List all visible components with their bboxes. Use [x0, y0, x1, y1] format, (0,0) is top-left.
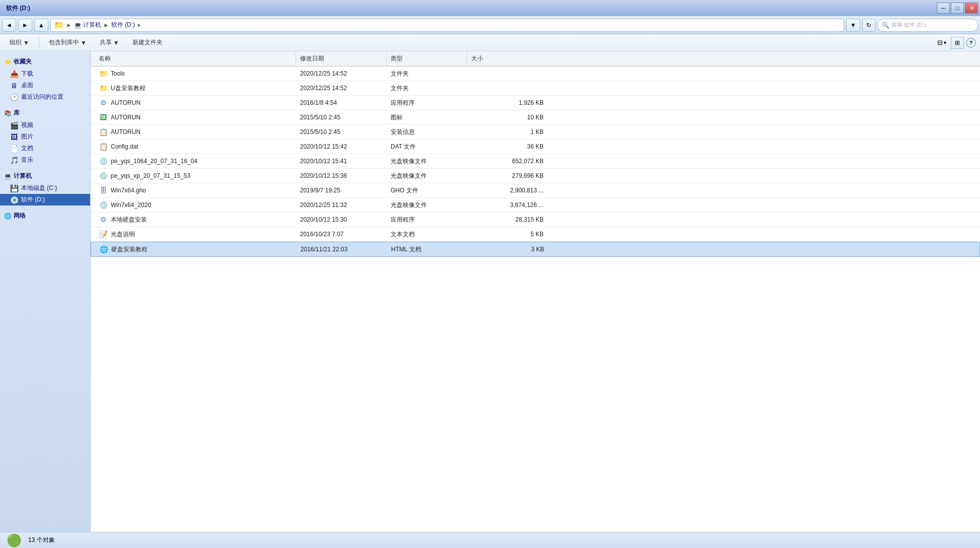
- sidebar-item-local-d[interactable]: 💿 软件 (D:): [0, 194, 90, 206]
- file-size-cell: 5 KB: [467, 227, 548, 241]
- file-name-cell: 🗄 Win7x64.gho: [95, 183, 296, 197]
- file-row[interactable]: 📝 光盘说明 2016/10/23 7:07 文本文档 5 KB: [91, 227, 980, 242]
- file-name-cell: 🌐 硬盘安装教程: [95, 242, 296, 256]
- sidebar-network-section: 🌐 网络: [0, 210, 90, 222]
- dropdown-button[interactable]: ▼: [846, 19, 860, 32]
- network-icon: 🌐: [4, 213, 12, 220]
- sidebar-item-local-c[interactable]: 💾 本地磁盘 (C:): [0, 182, 90, 194]
- file-row[interactable]: 🌐 硬盘安装教程 2016/11/21 22:03 HTML 文档 3 KB: [91, 242, 980, 257]
- file-name: 本地硬盘安装: [111, 216, 147, 224]
- file-row[interactable]: 💿 pe_yqs_1064_20_07_31_16_04 2020/10/12 …: [91, 154, 980, 169]
- titlebar-buttons: ─ □ ✕: [937, 3, 978, 14]
- file-type-cell: 文本文档: [387, 227, 467, 241]
- column-size[interactable]: 大小: [467, 51, 548, 66]
- file-type-cell: 光盘映像文件: [387, 198, 467, 212]
- videos-icon: 🎬: [10, 121, 18, 129]
- file-type-cell: 文件夹: [387, 66, 467, 81]
- file-modified-cell: 2019/9/7 19:25: [296, 183, 387, 197]
- views-dropdown-icon: ▼: [943, 40, 947, 45]
- minimize-button[interactable]: ─: [937, 3, 950, 14]
- file-row[interactable]: 💿 pe_yqs_xp_20_07_31_15_53 2020/10/12 15…: [91, 169, 980, 183]
- file-modified: 2016/10/23 7:07: [300, 231, 344, 238]
- breadcrumb-dropdown-arrow[interactable]: ►: [137, 22, 142, 28]
- music-label: 音乐: [21, 156, 33, 164]
- refresh-button[interactable]: ↻: [862, 19, 875, 32]
- file-type-icon: 📁: [99, 69, 108, 78]
- file-list-area: 名称 修改日期 类型 大小 📁 Tools 2020/12/25 14:52 文…: [91, 51, 980, 532]
- close-button[interactable]: ✕: [965, 3, 978, 14]
- breadcrumb-computer[interactable]: 💻 计算机: [74, 21, 101, 29]
- file-modified-cell: 2016/11/21 22:03: [296, 242, 387, 256]
- file-name-cell: 📁 U盘安装教程: [95, 81, 296, 95]
- music-icon: 🎵: [10, 156, 18, 164]
- file-modified-cell: 2016/1/8 4:54: [296, 96, 387, 110]
- sidebar-library-header[interactable]: 📚 库: [0, 107, 90, 119]
- file-size: 652,072 KB: [512, 158, 544, 165]
- column-type[interactable]: 类型: [387, 51, 467, 66]
- file-name-cell: 💿 Win7x64_2020: [95, 198, 296, 212]
- file-type-icon: 📝: [99, 230, 108, 239]
- view-toggle-button[interactable]: ⊞: [951, 37, 964, 49]
- include-library-button[interactable]: 包含到库中 ▼: [43, 36, 92, 49]
- file-type-icon: ⚙: [99, 215, 108, 224]
- file-type: 安装信息: [391, 128, 415, 136]
- file-row[interactable]: 📁 Tools 2020/12/25 14:52 文件夹: [91, 66, 980, 81]
- file-modified-cell: 2020/10/12 15:30: [296, 213, 387, 227]
- file-size-cell: 3,874,126 ...: [467, 198, 548, 212]
- file-row[interactable]: 💿 Win7x64_2020 2020/12/25 11:32 光盘映像文件 3…: [91, 198, 980, 213]
- file-name: Win7x64_2020: [111, 201, 151, 209]
- breadcrumb: 📁 ► 💻 计算机 ► 软件 (D:) ►: [50, 19, 844, 32]
- file-name-cell: 📋 Config.dat: [95, 140, 296, 154]
- file-row[interactable]: ⚙ AUTORUN 2016/1/8 4:54 应用程序 1,926 KB: [91, 96, 980, 110]
- file-type: 文件夹: [391, 84, 409, 93]
- forward-button[interactable]: ►: [18, 19, 32, 32]
- sidebar-item-downloads[interactable]: 📥 下载: [0, 68, 90, 80]
- file-name-cell: ⚙ AUTORUN: [95, 96, 296, 110]
- file-modified: 2020/10/12 15:30: [300, 216, 347, 223]
- sidebar-item-music[interactable]: 🎵 音乐: [0, 154, 90, 166]
- file-size-cell: 36 KB: [467, 140, 548, 154]
- sidebar-item-recent[interactable]: 🕐 最近访问的位置: [0, 91, 90, 103]
- sidebar-favorites-header[interactable]: ⭐ 收藏夹: [0, 55, 90, 68]
- file-row[interactable]: 🗄 Win7x64.gho 2019/9/7 19:25 GHO 文件 2,90…: [91, 183, 980, 198]
- new-folder-button[interactable]: 新建文件夹: [127, 36, 168, 49]
- file-name: Config.dat: [111, 143, 138, 150]
- breadcrumb-drive[interactable]: 软件 (D:): [111, 21, 135, 29]
- file-rows-container: 📁 Tools 2020/12/25 14:52 文件夹 📁 U盘安装教程 20…: [91, 66, 980, 257]
- file-modified: 2016/11/21 22:03: [300, 246, 347, 253]
- file-row[interactable]: ⚙ 本地硬盘安装 2020/10/12 15:30 应用程序 28,315 KB: [91, 213, 980, 227]
- file-row[interactable]: 📁 U盘安装教程 2020/12/25 14:52 文件夹: [91, 81, 980, 96]
- file-row[interactable]: 🖼 AUTORUN 2015/5/10 2:45 图标 10 KB: [91, 110, 980, 125]
- file-size-cell: 28,315 KB: [467, 213, 548, 227]
- back-button[interactable]: ◄: [2, 19, 16, 32]
- sidebar-item-videos[interactable]: 🎬 视频: [0, 119, 90, 131]
- file-row[interactable]: 📋 AUTORUN 2015/5/10 2:45 安装信息 1 KB: [91, 125, 980, 140]
- downloads-label: 下载: [21, 70, 33, 78]
- sidebar-item-pictures[interactable]: 🖼 图片: [0, 131, 90, 143]
- share-button[interactable]: 共享 ▼: [94, 36, 125, 49]
- local-c-label: 本地磁盘 (C:): [21, 184, 57, 192]
- sidebar-item-documents[interactable]: 📄 文档: [0, 143, 90, 154]
- share-label: 共享: [100, 38, 112, 47]
- views-button[interactable]: ⊟ ▼: [936, 37, 949, 49]
- file-type-cell: 安装信息: [387, 125, 467, 139]
- file-row[interactable]: 📋 Config.dat 2020/10/12 15:42 DAT 文件 36 …: [91, 140, 980, 154]
- include-dropdown-icon: ▼: [81, 39, 87, 46]
- toolbar-right: ⊟ ▼ ⊞ ?: [936, 37, 976, 49]
- search-bar[interactable]: 🔍 搜索 软件 (D:): [877, 19, 978, 32]
- up-button[interactable]: ▲: [34, 19, 48, 32]
- organize-button[interactable]: 组织 ▼: [4, 36, 35, 49]
- maximize-button[interactable]: □: [951, 3, 964, 14]
- empty-area[interactable]: [91, 257, 980, 458]
- column-name[interactable]: 名称: [95, 51, 296, 66]
- file-type-cell: GHO 文件: [387, 183, 467, 197]
- file-type-icon: 🌐: [99, 245, 108, 254]
- file-name: U盘安装教程: [111, 84, 145, 93]
- help-button[interactable]: ?: [966, 38, 976, 48]
- column-modified[interactable]: 修改日期: [296, 51, 387, 66]
- file-type-icon: ⚙: [99, 98, 108, 107]
- sidebar-computer-header[interactable]: 💻 计算机: [0, 170, 90, 182]
- sidebar-item-desktop[interactable]: 🖥 桌面: [0, 80, 90, 91]
- sidebar-network-header[interactable]: 🌐 网络: [0, 210, 90, 222]
- file-type: 图标: [391, 113, 403, 122]
